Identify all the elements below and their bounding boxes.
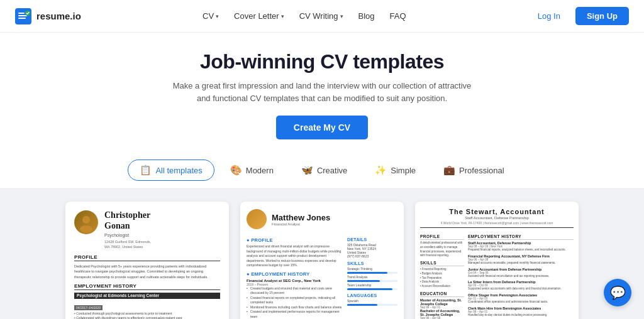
edu-degree: Bachelor of Accounting, St. Josephs Coll… — [420, 309, 464, 316]
cv-template-card[interactable]: Matthew Jones Financial Analyst ● Profil… — [240, 202, 404, 319]
login-button[interactable]: Log In — [528, 7, 570, 25]
contact-detail: 325 Oklahoma RoadNew York, NY 13524Unite… — [347, 243, 397, 258]
employment-section-title: Employment History — [468, 234, 574, 240]
hero-section: Job-winning CV templates Make a great fi… — [0, 33, 644, 151]
hero-title: Job-winning CV templates — [13, 50, 631, 73]
skill-item: Strategic Thinking — [347, 267, 397, 271]
cv-name: ChristopherGonan — [104, 210, 220, 232]
svg-point-6 — [80, 225, 92, 233]
chat-icon: 💬 — [610, 285, 626, 300]
main-nav: CV ▾ Cover Letter ▾ CV Writing ▾ Blog FA… — [196, 8, 413, 24]
all-templates-icon: 📋 — [140, 165, 152, 176]
job-bullet: Created financial reports on completed p… — [247, 296, 342, 305]
education-section-title: Education — [420, 291, 464, 297]
job-desc: Managed accounts receivable, prepared mo… — [468, 261, 574, 266]
templates-section: ChristopherGonan Psychologist 12428 Guil… — [0, 189, 644, 319]
simple-icon: ✨ — [375, 165, 387, 176]
tab-creative[interactable]: 🦋 Creative — [289, 160, 359, 181]
cv-sidebar: Details 325 Oklahoma RoadNew York, NY 13… — [347, 234, 397, 319]
job-desc: • Conducted thorough psychological asses… — [74, 311, 220, 319]
cv-template-card[interactable]: ChristopherGonan Psychologist 12428 Guil… — [65, 202, 229, 319]
details-section-title: Details — [347, 237, 397, 242]
cv-main-content: ● Profile Experienced and driven financi… — [247, 234, 342, 319]
profile-section-title: ● Profile — [247, 237, 342, 243]
chevron-down-icon: ▾ — [216, 13, 219, 19]
avatar — [74, 210, 98, 234]
employment-section-title: ● Employment History — [247, 271, 342, 277]
job-title: Psychologist at Edmonds Learning Center — [74, 293, 220, 299]
profile-section-title: Profile — [74, 254, 220, 261]
job-bullet: Monitored finances including cash flow c… — [247, 305, 342, 310]
chat-button[interactable]: 💬 — [604, 279, 631, 306]
professional-icon: 💼 — [443, 165, 455, 176]
skills-section-title: Skills — [420, 261, 464, 266]
languages-section-title: Languages — [347, 293, 397, 298]
cv-profile-text: A detail-oriented professional with an e… — [420, 241, 464, 258]
profile-section-title: Profile — [420, 234, 464, 240]
hero-subtitle: Make a great first impression and land t… — [171, 80, 473, 104]
creative-icon: 🦋 — [301, 165, 313, 176]
create-cv-button[interactable]: Create My CV — [276, 116, 368, 139]
job-desc: Handled day-to-day clerical duties inclu… — [468, 313, 574, 318]
job-desc: Supported senior accountants with data e… — [468, 287, 574, 291]
edu-degree: Master of Accounting, St. Josephs Colleg… — [420, 298, 464, 306]
logo-text: resume.io — [36, 11, 81, 21]
tab-simple[interactable]: ✨ Simple — [363, 160, 428, 181]
nav-blog[interactable]: Blog — [352, 8, 381, 24]
job-desc: Coordinated office operations and admini… — [468, 300, 574, 305]
cv-template-card[interactable]: The Stewart, Accountant Staff Accountant… — [415, 202, 579, 319]
job-bullet: Created budgets and ensured that materia… — [247, 286, 342, 296]
template-tabs: 📋 All templates 🎨 Modern 🦋 Creative ✨ Si… — [0, 151, 644, 189]
svg-rect-3 — [18, 18, 26, 19]
cv-header: The Stewart, Accountant Staff Accountant… — [420, 208, 574, 228]
cv-contact: 12428 Guilford SW, Edmonds,WA 78902, Uni… — [104, 239, 220, 250]
job-desc: Assisted with financial reconciliation a… — [468, 274, 574, 279]
nav-cover-letter[interactable]: Cover Letter ▾ — [228, 8, 291, 24]
tab-modern[interactable]: 🎨 Modern — [218, 160, 286, 181]
language-item: Spanish — [347, 299, 397, 303]
svg-rect-1 — [18, 13, 25, 14]
modern-icon: 🎨 — [230, 165, 242, 176]
chevron-down-icon: ▾ — [340, 13, 343, 19]
cv-name: Matthew Jones — [272, 213, 330, 222]
edu-date: Sep 96 – Apr 99 — [420, 316, 464, 319]
cv-contact: 4 World Drive York, PA 17408 | theresasc… — [420, 221, 574, 225]
signup-button[interactable]: Sign Up — [575, 7, 629, 25]
cv-profile-text: Experienced and driven financial analyst… — [247, 244, 342, 268]
skills-section-title: Skills — [347, 261, 397, 266]
cv-name: The Stewart, Accountant — [420, 208, 574, 215]
skill-item: • Financial Reporting• Budget Analysis• … — [420, 268, 464, 289]
avatar — [247, 209, 267, 229]
auth-buttons: Log In Sign Up — [528, 7, 629, 25]
nav-cv[interactable]: CV ▾ — [196, 8, 225, 24]
job-date: 04/2017–04/2020 — [74, 305, 103, 310]
job-desc: Prepared financial reports, analyzed bal… — [468, 248, 574, 252]
employment-section-title: Employment History — [74, 283, 220, 290]
cv-sidebar: Profile A detail-oriented professional w… — [420, 232, 464, 319]
tab-all-templates[interactable]: 📋 All templates — [128, 160, 214, 181]
cv-job-title: Staff Accountant, Defense Partnership — [420, 216, 574, 220]
job-bullet: Created and implemented performance repo… — [247, 310, 342, 319]
cv-job-title: Psychologist — [104, 233, 220, 237]
logo-icon — [15, 8, 31, 24]
cv-profile-text: Dedicated Psychologist with 5+ years exp… — [74, 264, 220, 279]
svg-point-5 — [82, 216, 90, 224]
skill-item: Team Leadership — [347, 283, 397, 287]
chevron-down-icon: ▾ — [281, 13, 284, 19]
nav-faq[interactable]: FAQ — [384, 8, 413, 24]
svg-rect-2 — [18, 15, 27, 16]
tab-professional[interactable]: 💼 Professional — [431, 160, 516, 181]
nav-cv-writing[interactable]: CV Writing ▾ — [293, 8, 350, 24]
employment-item: Psychologist at Edmonds Learning Center … — [74, 293, 220, 319]
skill-item: Trend Analysis — [347, 275, 397, 279]
logo[interactable]: resume.io — [15, 8, 81, 24]
cv-main-content: Employment History Staff Accountant, Def… — [468, 232, 574, 319]
cv-job-title: Financial Analyst — [272, 222, 330, 226]
